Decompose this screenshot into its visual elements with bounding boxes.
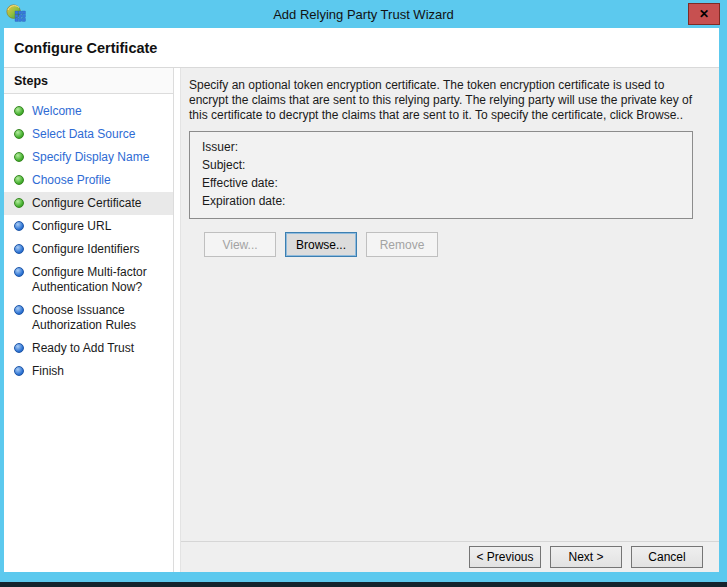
certificate-field-label: Subject: [202, 156, 680, 174]
wizard-footer: < Previous Next > Cancel [181, 541, 719, 572]
sidebar-step-specify-display-name[interactable]: Specify Display Name [4, 146, 173, 169]
previous-button[interactable]: < Previous [469, 546, 541, 568]
view-button: View... [204, 232, 276, 257]
step-label: Ready to Add Trust [32, 341, 134, 356]
steps-panel: Steps WelcomeSelect Data SourceSpecify D… [4, 68, 174, 572]
sidebar-step-select-data-source[interactable]: Select Data Source [4, 123, 173, 146]
page-title: Configure Certificate [14, 40, 157, 56]
certificate-field-label: Issuer: [202, 138, 680, 156]
step-status-icon [14, 343, 24, 353]
sidebar-step-finish: Finish [4, 360, 173, 383]
remove-button: Remove [366, 232, 438, 257]
step-status-icon [14, 129, 24, 139]
sidebar-step-choose-issuance-authorization-rules: Choose Issuance Authorization Rules [4, 299, 173, 337]
instruction-text: Specify an optional token encryption cer… [189, 78, 693, 123]
step-status-icon [14, 267, 24, 277]
step-label: Configure Certificate [32, 196, 141, 211]
step-status-icon [14, 366, 24, 376]
sidebar-step-configure-identifiers: Configure Identifiers [4, 238, 173, 261]
step-label: Choose Issuance Authorization Rules [32, 303, 165, 333]
sidebar-step-ready-to-add-trust: Ready to Add Trust [4, 337, 173, 360]
wizard-window: Add Relying Party Trust Wizard ✕ Configu… [0, 0, 727, 587]
step-label: Configure Multi-factor Authentication No… [32, 265, 165, 295]
titlebar[interactable]: Add Relying Party Trust Wizard ✕ [0, 0, 727, 28]
wizard-page: Specify an optional token encryption cer… [181, 68, 719, 541]
step-status-icon [14, 221, 24, 231]
step-status-icon [14, 305, 24, 315]
window-bottom-border [0, 582, 727, 587]
step-label: Configure URL [32, 219, 111, 234]
page-header: Configure Certificate [4, 28, 719, 68]
wizard-body: Steps WelcomeSelect Data SourceSpecify D… [4, 68, 719, 572]
sidebar-step-configure-multi-factor-authentication-now: Configure Multi-factor Authentication No… [4, 261, 173, 299]
certificate-field-label: Effective date: [202, 174, 680, 192]
window-title: Add Relying Party Trust Wizard [0, 0, 727, 28]
step-label: Finish [32, 364, 64, 379]
certificate-actions: View... Browse... Remove [189, 232, 693, 257]
sidebar-step-welcome[interactable]: Welcome [4, 100, 173, 123]
step-status-icon [14, 152, 24, 162]
step-status-icon [14, 106, 24, 116]
next-button[interactable]: Next > [550, 546, 622, 568]
cancel-button[interactable]: Cancel [631, 546, 703, 568]
step-label: Select Data Source [32, 127, 135, 142]
step-status-icon [14, 175, 24, 185]
sidebar-step-configure-certificate: Configure Certificate [4, 192, 173, 215]
sidebar-step-configure-url: Configure URL [4, 215, 173, 238]
step-label: Specify Display Name [32, 150, 149, 165]
close-icon: ✕ [699, 8, 709, 20]
browse-button[interactable]: Browse... [285, 232, 357, 257]
close-button[interactable]: ✕ [688, 3, 720, 25]
wizard-frame: Configure Certificate Steps WelcomeSelec… [4, 28, 719, 572]
step-label: Configure Identifiers [32, 242, 139, 257]
content-panel: Specify an optional token encryption cer… [180, 68, 719, 572]
step-label: Choose Profile [32, 173, 111, 188]
step-label: Welcome [32, 104, 82, 119]
certificate-field-label: Expiration date: [202, 192, 680, 210]
certificate-box: Issuer:Subject:Effective date:Expiration… [189, 131, 693, 219]
steps-panel-title: Steps [4, 68, 173, 94]
step-status-icon [14, 198, 24, 208]
step-status-icon [14, 244, 24, 254]
steps-list: WelcomeSelect Data SourceSpecify Display… [4, 100, 173, 383]
sidebar-step-choose-profile[interactable]: Choose Profile [4, 169, 173, 192]
